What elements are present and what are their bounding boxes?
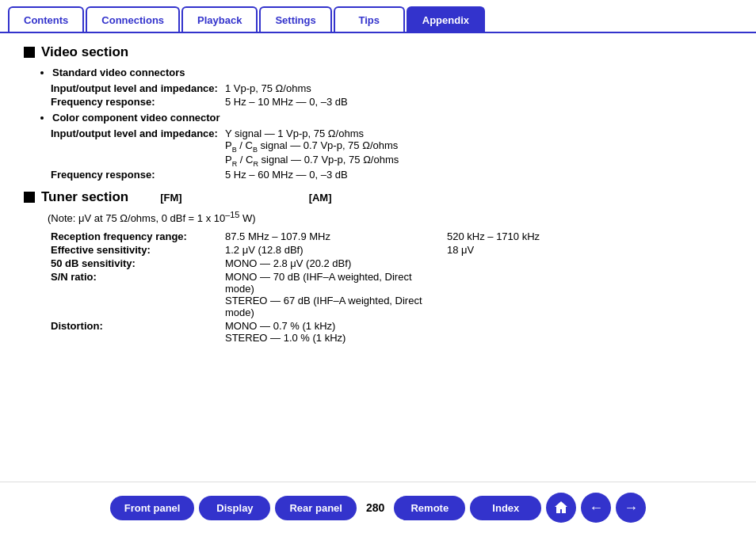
spec-value-am: 520 kHz – 1710 kHz xyxy=(444,230,756,243)
video-bullet-2: Color component video connector xyxy=(52,112,732,124)
spec-label: Input/output level and impedance: xyxy=(48,82,222,95)
table-row: Frequency response: 5 Hz – 10 MHz — 0, –… xyxy=(48,95,756,109)
tuner-note: (Note: μV at 75 Ω/ohms, 0 dBf = 1 x 10–1… xyxy=(48,210,732,224)
spec-label: Effective sensitivity: xyxy=(48,243,222,257)
spec-label: Reception frequency range: xyxy=(48,230,222,243)
tab-settings[interactable]: Settings xyxy=(259,6,331,32)
spec-value: 1 Vp-p, 75 Ω/ohms xyxy=(222,82,756,95)
forward-button[interactable]: → xyxy=(616,493,646,523)
home-icon xyxy=(553,500,569,516)
back-button[interactable]: ← xyxy=(581,493,611,523)
page-number: 280 xyxy=(366,501,384,514)
table-row: S/N ratio: MONO — 70 dB (IHF–A weighted,… xyxy=(48,270,756,319)
nav-tabs: Contents Connections Playback Settings T… xyxy=(0,0,756,33)
table-row: Distortion: MONO — 0.7 % (1 kHz) STEREO … xyxy=(48,319,756,345)
spec-label: S/N ratio: xyxy=(48,270,222,319)
spec-value-am xyxy=(444,257,756,270)
forward-icon: → xyxy=(624,500,638,516)
tab-connections[interactable]: Connections xyxy=(86,6,180,32)
spec-value-fm: 87.5 MHz – 107.9 MHz xyxy=(222,230,444,243)
front-panel-button[interactable]: Front panel xyxy=(110,496,195,520)
spec-value: Y signal — 1 Vp-p, 75 Ω/ohms PB / CB sig… xyxy=(222,127,756,168)
table-row: Frequency response: 5 Hz – 60 MHz — 0, –… xyxy=(48,168,756,181)
home-button[interactable] xyxy=(546,493,576,523)
spec-value-fm: MONO — 0.7 % (1 kHz) STEREO — 1.0 % (1 k… xyxy=(222,319,444,345)
rear-panel-button[interactable]: Rear panel xyxy=(275,496,356,520)
spec-value-fm: MONO — 2.8 μV (20.2 dBf) xyxy=(222,257,444,270)
tuner-section-header: Tuner section xyxy=(41,189,128,205)
tab-appendix[interactable]: Appendix xyxy=(407,6,485,32)
video-specs-table-1: Input/output level and impedance: 1 Vp-p… xyxy=(48,82,756,109)
video-bullet-1: Standard video connectors xyxy=(52,67,732,78)
spec-label: Frequency response: xyxy=(48,95,222,109)
tuner-specs-table: Reception frequency range: 87.5 MHz – 10… xyxy=(48,230,756,345)
spec-label: Frequency response: xyxy=(48,168,222,181)
table-row: Reception frequency range: 87.5 MHz – 10… xyxy=(48,230,756,243)
video-bullet-list: Standard video connectors xyxy=(40,67,732,78)
video-section-header: Video section xyxy=(24,44,732,60)
table-row: Effective sensitivity: 1.2 μV (12.8 dBf)… xyxy=(48,243,756,257)
index-button[interactable]: Index xyxy=(470,496,541,520)
spec-value: 5 Hz – 60 MHz — 0, –3 dB xyxy=(222,168,756,181)
tab-playback[interactable]: Playback xyxy=(181,6,258,32)
tab-tips[interactable]: Tips xyxy=(334,6,405,32)
main-content: Video section Standard video connectors … xyxy=(0,33,756,482)
back-icon: ← xyxy=(589,500,603,516)
display-button[interactable]: Display xyxy=(199,496,270,520)
video-bullet-list-2: Color component video connector xyxy=(40,112,732,124)
bottom-nav: Front panel Display Rear panel 280 Remot… xyxy=(0,482,756,533)
spec-value-fm: 1.2 μV (12.8 dBf) xyxy=(222,243,444,257)
spec-label: 50 dB sensitivity: xyxy=(48,257,222,270)
spec-value-am: 18 μV xyxy=(444,243,756,257)
tab-contents[interactable]: Contents xyxy=(8,6,84,32)
spec-value: 5 Hz – 10 MHz — 0, –3 dB xyxy=(222,95,756,109)
spec-label: Input/output level and impedance: xyxy=(48,127,222,168)
spec-label: Distortion: xyxy=(48,319,222,345)
remote-button[interactable]: Remote xyxy=(394,496,465,520)
fm-label: [FM] xyxy=(160,192,181,204)
spec-value-fm: MONO — 70 dB (IHF–A weighted, Direct mod… xyxy=(222,270,444,319)
am-label: [AM] xyxy=(309,192,332,204)
video-specs-table-2: Input/output level and impedance: Y sign… xyxy=(48,127,756,181)
table-row: Input/output level and impedance: 1 Vp-p… xyxy=(48,82,756,95)
table-row: Input/output level and impedance: Y sign… xyxy=(48,127,756,168)
table-row: 50 dB sensitivity: MONO — 2.8 μV (20.2 d… xyxy=(48,257,756,270)
